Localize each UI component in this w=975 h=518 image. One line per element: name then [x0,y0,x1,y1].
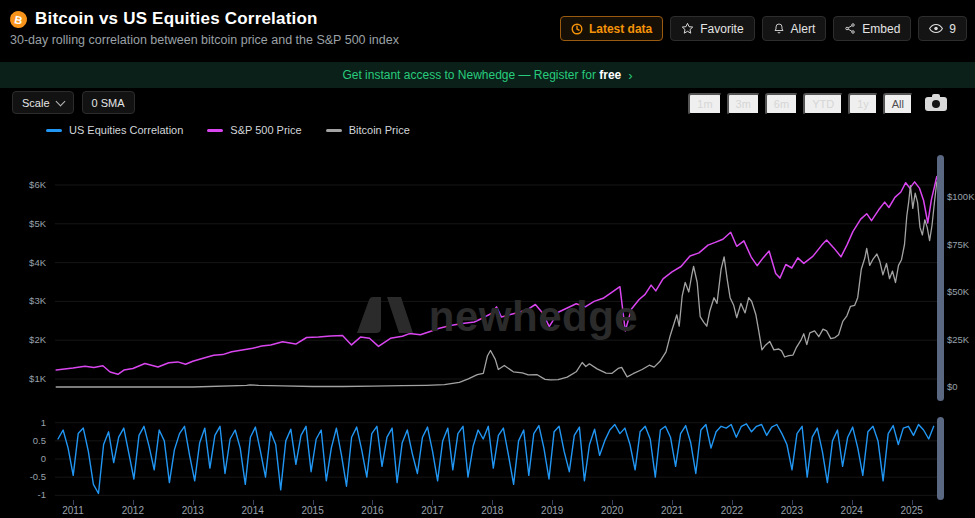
legend-label: US Equities Correlation [69,124,183,136]
clock-icon [571,23,583,35]
x-axis-year-label: 2022 [714,505,750,516]
y-axis-label-left: $1K [0,374,46,384]
latest-data-label: Latest data [589,22,652,36]
page-title: Bitcoin vs US Equities Correlation [35,9,318,29]
banner-highlight: free [599,68,621,82]
legend-item-correlation[interactable]: US Equities Correlation [46,124,183,136]
correlation-series-swatch [46,129,62,132]
legend-label: Bitcoin Price [349,124,410,136]
range-all[interactable]: All [883,93,913,115]
correlation-axis-label: 0 [0,454,46,464]
x-axis-year-label: 2013 [175,505,211,516]
x-axis-year-label: 2012 [115,505,151,516]
correlation-chart[interactable] [55,414,938,500]
legend-label: S&P 500 Price [230,124,301,136]
y-axis-label-left: $2K [0,335,46,345]
y-axis-label-left: $5K [0,219,46,229]
camera-icon [925,99,947,114]
range-6m[interactable]: 6m [765,93,798,115]
x-axis-year-label: 2023 [774,505,810,516]
legend-item-bitcoin[interactable]: Bitcoin Price [326,124,410,136]
y-axis-label-left: $4K [0,258,46,268]
correlation-chart-canvas [55,414,938,500]
favorite-button[interactable]: Favorite [670,16,754,41]
scale-dropdown[interactable]: Scale [12,91,74,114]
screenshot-button[interactable] [925,94,947,114]
x-axis-year-label: 2020 [594,505,630,516]
correlation-axis-label: -0.5 [0,472,46,482]
x-axis-year-label: 2019 [534,505,570,516]
main-price-chart[interactable] [55,155,938,402]
alert-label: Alert [791,22,816,36]
correlation-axis-label: 0.5 [0,436,46,446]
x-axis-year-label: 2017 [414,505,450,516]
correlation-chart-scrollbar[interactable] [937,417,944,500]
views-count: 9 [949,22,956,36]
x-axis-year-label: 2016 [354,505,390,516]
sp500-series-swatch [207,129,223,132]
share-icon [844,22,856,35]
register-banner[interactable]: Get instant access to Newhedge — Registe… [0,62,975,88]
range-3m[interactable]: 3m [727,93,760,115]
embed-label: Embed [862,22,900,36]
x-axis-year-label: 2024 [834,505,870,516]
chevron-right-icon: › [628,68,632,83]
x-axis-year-label: 2025 [894,505,930,516]
star-icon [681,22,694,35]
embed-button[interactable]: Embed [833,16,911,41]
legend-item-sp500[interactable]: S&P 500 Price [207,124,301,136]
chart-legend: US Equities Correlation S&P 500 Price Bi… [46,124,410,136]
header-actions: Latest data Favorite Alert Embed 9 [560,16,967,41]
x-axis-year-label: 2011 [55,505,91,516]
y-axis-label-right: $25K [947,335,975,345]
bell-icon [773,22,785,35]
alert-button[interactable]: Alert [762,16,827,41]
main-chart-scrollbar[interactable] [937,155,944,401]
page-subtitle: 30-day rolling correlation between bitco… [10,33,399,47]
correlation-axis-label: -1 [0,490,46,500]
chart-toolbar: Scale 0 SMA [12,91,135,114]
range-ytd[interactable]: YTD [803,93,843,115]
x-axis-year-label: 2014 [235,505,271,516]
y-axis-label-right: $50K [947,287,975,297]
correlation-axis-label: 1 [0,418,46,428]
sma-button[interactable]: 0 SMA [82,91,135,114]
range-1m[interactable]: 1m [688,93,721,115]
timeframe-selector: 1m 3m 6m YTD 1y All [688,93,947,115]
page-header: B Bitcoin vs US Equities Correlation 30-… [0,0,975,60]
y-axis-label-left: $6K [0,180,46,190]
y-axis-label-left: $3K [0,296,46,306]
y-axis-label-right: $75K [947,240,975,250]
scale-label: Scale [22,97,50,109]
bitcoin-icon: B [8,9,28,29]
chevron-down-icon [55,96,65,106]
sma-label: 0 SMA [92,97,125,109]
banner-text: Get instant access to Newhedge — Registe… [342,68,595,82]
y-axis-label-right: $0 [947,382,975,392]
range-1y[interactable]: 1y [848,93,878,115]
bitcoin-series-swatch [326,129,342,132]
bitcoin-series-line [56,182,937,387]
y-axis-label-right: $100K [947,192,975,202]
x-axis-year-label: 2015 [295,505,331,516]
latest-data-button[interactable]: Latest data [560,16,663,41]
eye-icon [929,23,943,34]
sp500-series-line [56,177,937,375]
x-axis-year-label: 2018 [474,505,510,516]
chart-region: Scale 0 SMA 1m 3m 6m YTD 1y All US Equit… [0,88,975,518]
views-button[interactable]: 9 [918,16,967,41]
favorite-label: Favorite [700,22,743,36]
x-axis-year-label: 2021 [654,505,690,516]
main-chart-canvas [55,155,938,402]
